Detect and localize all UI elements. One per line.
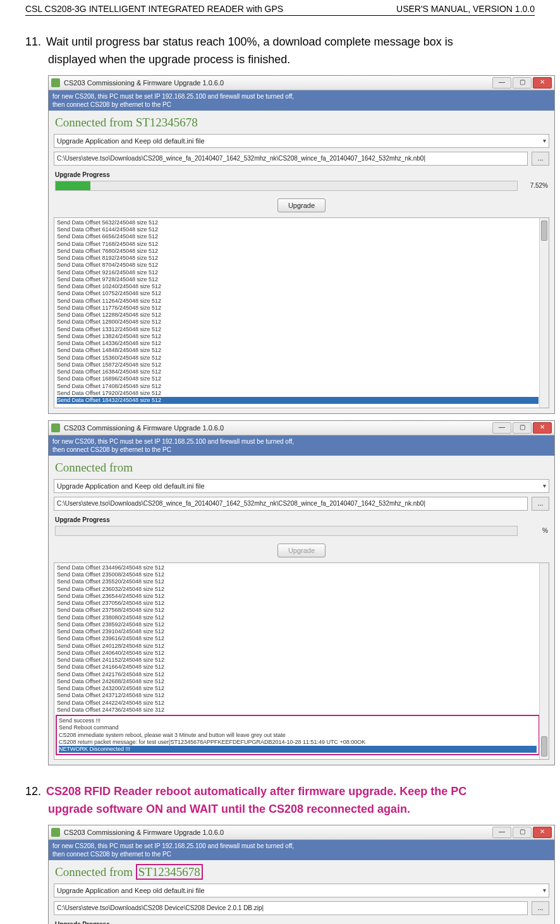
chevron-down-icon: ▾ (543, 137, 546, 144)
chevron-down-icon: ▾ (543, 482, 546, 489)
log-line-selected: Send Data Offset 18432/245048 size 512 (57, 397, 539, 404)
maximize-button[interactable]: ▢ (513, 422, 532, 434)
top-note-line2: then connect CS208 by ethernet to the PC (52, 446, 551, 454)
log-line: Send Data Offset 235008/245048 size 512 (57, 571, 539, 578)
step-12: 12. CS208 RFID Reader reboot automatical… (25, 783, 535, 818)
log-line: CS208 immediate system reboot, please wa… (59, 732, 537, 739)
window-title: CS203 Commissioning & Firmware Upgrade 1… (64, 829, 492, 836)
log-line: Send Data Offset 14336/245048 size 512 (57, 340, 539, 347)
log-line: Send Data Offset 244736/245048 size 312 (57, 707, 539, 714)
log-line: Send Data Offset 236032/245048 size 512 (57, 586, 539, 593)
upgrade-progress-label: Upgrade Progress (49, 167, 554, 179)
step-11: 11. Wait until progress bar status reach… (25, 33, 535, 69)
log-line: Send Data Offset 15360/245048 size 512 (57, 355, 539, 362)
progress-pct: 7.52% (523, 182, 548, 189)
log-line: Send Data Offset 17408/245048 size 512 (57, 383, 539, 390)
log-line: Send success !!! (59, 717, 537, 724)
browse-button[interactable]: ... (532, 497, 549, 511)
browse-button[interactable]: ... (532, 901, 549, 915)
window-title: CS203 Commissioning & Firmware Upgrade 1… (64, 424, 492, 432)
maximize-button[interactable]: ▢ (513, 77, 532, 88)
log-line: Send Data Offset 10240/245048 size 512 (57, 283, 539, 290)
top-note: for new CS208, this PC must be set IP 19… (49, 90, 554, 111)
close-button[interactable]: ✕ (533, 422, 552, 434)
log-area-2[interactable]: Send Data Offset 234496/245048 size 512S… (54, 562, 549, 760)
log-line: Send Data Offset 5632/245048 size 512 (57, 219, 539, 226)
log-line: Send Reboot command (59, 724, 537, 731)
maximize-button[interactable]: ▢ (513, 827, 532, 838)
app-icon (51, 78, 60, 87)
top-note: for new CS208, this PC must be set IP 19… (49, 435, 554, 456)
step-12-num: 12. (25, 783, 43, 801)
log-line: Send Data Offset 16896/245048 size 512 (57, 375, 539, 382)
log-line: Send Data Offset 6144/245048 size 512 (57, 226, 539, 233)
log-line: Send Data Offset 7680/245048 size 512 (57, 248, 539, 255)
top-note-line1: for new CS208, this PC must be set IP 19… (52, 437, 551, 446)
step-12-text-2: upgrade software ON and WAIT until the C… (48, 801, 535, 818)
close-button[interactable]: ✕ (533, 827, 552, 838)
log-line: Send Data Offset 244224/245048 size 512 (57, 700, 539, 707)
log-line: Send Data Offset 7168/245048 size 512 (57, 241, 539, 248)
scrollbar[interactable] (539, 218, 549, 408)
minimize-button[interactable]: — (492, 422, 511, 434)
scrollbar[interactable] (539, 563, 549, 759)
file-path-input[interactable]: C:\Users\steve.tso\Downloads\CS208_wince… (54, 497, 528, 511)
file-path-input[interactable]: C:\Users\steve.tso\Downloads\CS208_wince… (54, 152, 528, 166)
log-line: Send Data Offset 235520/245048 size 512 (57, 578, 539, 585)
close-button[interactable]: ✕ (533, 77, 552, 88)
minimize-button[interactable]: — (492, 827, 511, 838)
top-note-line2: then connect CS208 by ethernet to the PC (52, 850, 551, 858)
log-line: Send Data Offset 8704/245048 size 512 (57, 262, 539, 269)
log-line: Send Data Offset 242688/245048 size 512 (57, 678, 539, 685)
header-left: CSL CS208-3G INTELLIGENT INTEGRATED READ… (25, 4, 283, 14)
log-line: CS208 return packet message: for test us… (59, 739, 537, 746)
top-note-line2: then connect CS208 by ethernet to the PC (52, 100, 551, 109)
header-right: USER'S MANUAL, VERSION 1.0.0 (396, 4, 535, 14)
upgrade-button[interactable]: Upgrade (277, 198, 326, 212)
log-line: Send Data Offset 240640/245048 size 512 (57, 650, 539, 657)
serial-number: ST12345678 (136, 116, 198, 129)
step-12-text-1: CS208 RFID Reader reboot automatically a… (46, 785, 466, 798)
log-line: Send Data Offset 242176/245048 size 512 (57, 671, 539, 678)
log-line: Send Data Offset 10752/245048 size 512 (57, 290, 539, 297)
log-line: Send Data Offset 8192/245048 size 512 (57, 255, 539, 262)
top-note-line1: for new CS208, this PC must be set IP 19… (52, 842, 551, 850)
combo-text: Upgrade Application and Keep old default… (57, 887, 205, 894)
log-area-1[interactable]: Send Data Offset 5632/245048 size 512Sen… (54, 217, 549, 408)
upgrade-mode-combo[interactable]: Upgrade Application and Keep old default… (54, 479, 549, 493)
log-line: Send Data Offset 11776/245048 size 512 (57, 305, 539, 312)
upgrade-progress-label: Upgrade Progress (49, 917, 554, 924)
browse-button[interactable]: ... (532, 152, 549, 166)
minimize-button[interactable]: — (492, 77, 511, 88)
completion-callout: Send success !!!Send Reboot commandCS208… (56, 715, 540, 755)
connected-from-label: Connected from (55, 461, 133, 474)
file-path-input[interactable]: C:\Users\steve.tso\Downloads\CS208 Devic… (54, 901, 528, 915)
upgrade-button: Upgrade (277, 544, 326, 557)
app-window-2: CS203 Commissioning & Firmware Upgrade 1… (48, 420, 555, 765)
log-line: Send Data Offset 237568/245048 size 512 (57, 607, 539, 614)
log-line: Send Data Offset 243200/245048 size 512 (57, 685, 539, 692)
log-line: Send Data Offset 11264/245048 size 512 (57, 298, 539, 305)
combo-text: Upgrade Application and Keep old default… (57, 137, 205, 145)
combo-text: Upgrade Application and Keep old default… (57, 482, 205, 490)
log-line: Send Data Offset 238592/245048 size 512 (57, 621, 539, 628)
log-line: Send Data Offset 16384/245048 size 512 (57, 368, 539, 375)
log-line: Send Data Offset 239104/245048 size 512 (57, 628, 539, 635)
upgrade-mode-combo[interactable]: Upgrade Application and Keep old default… (54, 134, 549, 148)
app-icon (51, 423, 60, 432)
step-11-text-2: displayed when the upgrade process is fi… (48, 51, 535, 69)
upgrade-mode-combo[interactable]: Upgrade Application and Keep old default… (54, 884, 549, 897)
log-line: Send Data Offset 12288/245048 size 512 (57, 312, 539, 319)
log-line: Send Data Offset 17920/245048 size 512 (57, 390, 539, 397)
connected-from-label: Connected from (55, 865, 133, 878)
log-line: Send Data Offset 243712/245048 size 512 (57, 692, 539, 699)
window-title: CS203 Commissioning & Firmware Upgrade 1… (64, 79, 492, 87)
log-line: Send Data Offset 6656/245048 size 512 (57, 233, 539, 240)
log-line: Send Data Offset 234496/245048 size 512 (57, 564, 539, 571)
app-icon (51, 828, 60, 837)
top-note: for new CS208, this PC must be set IP 19… (49, 840, 554, 860)
log-line: Send Data Offset 237056/245048 size 512 (57, 600, 539, 607)
log-line: Send Data Offset 13824/245048 size 512 (57, 333, 539, 340)
connected-from-label: Connected from (55, 116, 133, 129)
log-line: Send Data Offset 9728/245048 size 512 (57, 276, 539, 283)
